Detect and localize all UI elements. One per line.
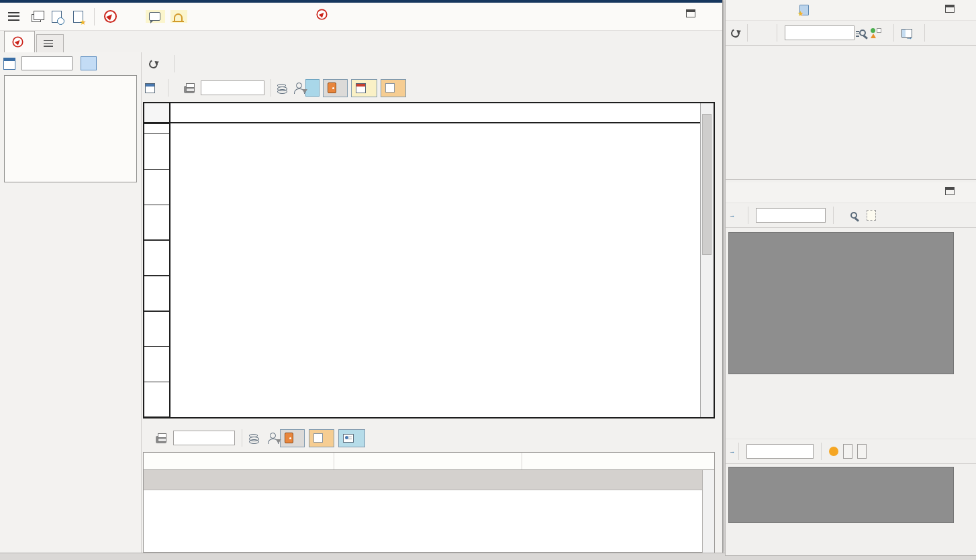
telefon-panel [725,180,976,555]
toolbar-separator [738,443,739,460]
toolbar-separator [893,24,894,42]
favoriten-tree [726,46,976,50]
restore-button[interactable] [686,9,695,17]
hamburger-icon [44,40,53,47]
navigation-button[interactable] [103,7,119,27]
export-table-icon[interactable] [901,29,912,38]
toolbar-separator [174,55,175,72]
chat-bubble-icon [149,12,160,21]
calendar-vertical-scrollbar[interactable] [700,103,714,417]
tab-kalender[interactable] [4,31,35,52]
column-header-adressen[interactable] [522,453,702,469]
telefon-detail-area [728,467,954,523]
database-icon [277,84,286,87]
messages-button[interactable] [146,10,165,23]
table-vertical-scrollbar[interactable] [702,470,714,553]
wiedervorlage-search-input[interactable] [173,431,235,445]
notifications-button[interactable] [170,10,187,23]
restore-button[interactable] [945,5,955,13]
event-book-icon [328,82,336,93]
table-group-row [144,470,714,490]
print-button[interactable] [181,78,197,98]
wiedervorlage-table [143,452,715,553]
windows-button[interactable] [27,7,43,27]
telefon-detail-search-input[interactable] [746,444,814,459]
time-gutter [144,123,170,417]
event-book-icon [285,433,293,443]
calendar-goto-icon[interactable] [3,58,15,70]
toolbar-separator [821,443,822,460]
info-button[interactable] [305,79,320,97]
document-clock-icon [52,11,62,23]
telefon-detail-toolbar [726,439,976,464]
user-filter-icon[interactable] [296,82,302,89]
telefon-detail-scrollbar[interactable] [961,467,973,551]
toolbar-separator [747,24,748,42]
advanced-search-icon[interactable] [859,30,866,36]
search-icon[interactable] [850,212,857,219]
refresh-button[interactable] [145,54,161,74]
grid-corner [144,103,170,123]
telefon-search-input[interactable] [756,208,826,223]
tab-mehr[interactable] [36,34,64,52]
telefon-scrollbar[interactable] [961,232,973,437]
database-icon [249,434,258,437]
aktivitaeten-button[interactable] [381,79,406,97]
toolbar-separator [168,79,168,97]
veranstaltungen-button[interactable] [323,79,348,97]
windows-icon [32,14,41,22]
mail-button[interactable] [124,7,140,27]
calendar-week-box[interactable] [81,56,97,70]
favoriten-search-input[interactable] [785,25,855,40]
favorite-documents-button[interactable] [70,7,86,27]
favoriten-title-group[interactable] [799,5,817,15]
favorites-page-star-icon [799,5,809,15]
recent-documents-button[interactable] [48,7,64,27]
alternative-telnr-button[interactable] [857,444,867,459]
termine-calendar-icon [356,83,366,93]
favoriten-panel [725,0,976,180]
telefon-list-area [728,232,954,374]
wiedervorlage-toolbar [142,425,723,451]
refresh-icon[interactable] [730,27,741,39]
compass-icon [104,10,117,23]
hamburger-icon [8,12,19,21]
date-input[interactable] [21,56,72,70]
toolbar-separator [748,207,748,224]
checkbox-icon [385,83,395,93]
sidebar [0,52,142,553]
wv-adressen-button[interactable] [338,429,365,447]
calendar-search-input[interactable] [201,80,264,95]
menu-button[interactable] [5,7,21,27]
wv-aktivitaeten-button[interactable] [309,429,334,447]
week-calendar-grid [143,102,715,418]
termine-button[interactable] [351,79,377,97]
toolbar-separator [924,24,925,42]
main-tab-row [0,31,64,52]
window-title-group[interactable] [315,8,336,21]
object-types-icon[interactable] [871,28,881,38]
compass-icon [316,9,327,19]
phone-button[interactable] [193,7,209,27]
restore-button[interactable] [945,187,955,195]
calendar-main-area [142,52,723,553]
calendar-toolbar-top [142,52,723,75]
table-header-row [144,453,714,470]
user-filter-icon[interactable] [270,433,276,439]
main-window [0,0,723,553]
mini-calendar [4,75,137,182]
favoriten-scrollbar[interactable] [961,51,973,172]
persoenliche-info-button[interactable] [843,444,852,459]
toolbar-separator [271,79,271,97]
compass-icon [12,36,23,47]
scrollbar-thumb[interactable] [702,114,712,255]
printer-icon [184,86,195,93]
wv-veranstaltungen-button[interactable] [280,429,305,447]
checkbox-icon [313,433,323,443]
column-header-aktivitaeten[interactable] [334,453,522,469]
date-navigation [3,56,97,70]
print-button[interactable] [153,428,169,448]
selection-box-icon[interactable] [867,210,876,221]
status-dot [829,447,838,456]
column-header-veranstaltungen[interactable] [144,453,334,469]
